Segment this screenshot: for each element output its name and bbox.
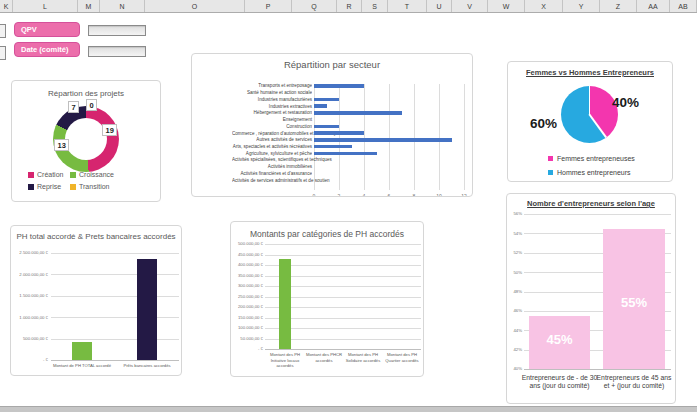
chart-title: Répartion des projets	[16, 89, 156, 98]
y-axis-tick-text: 48%	[506, 289, 522, 294]
category-label-text: Industries extractives	[232, 104, 312, 109]
col-header-Q[interactable]: Q	[292, 0, 337, 12]
col-header-AA[interactable]: AA	[637, 0, 670, 12]
chart-femmes-vs-hommes[interactable]: Femmes vs Hommes Entrepreneurs 40%60%Fem…	[507, 61, 673, 182]
chart-title: Répartition par secteur	[196, 59, 468, 70]
x-axis-tick-text: 10	[429, 193, 449, 198]
legend-label: Transition	[79, 183, 109, 190]
category-label-text: Prêts bancaires accordés	[114, 363, 180, 368]
chart-repartition-projets[interactable]: Répartion des projets 191370CréationCroi…	[11, 80, 161, 202]
gridline	[265, 255, 421, 256]
edge-cell-box-1[interactable]	[0, 24, 6, 38]
slice-divider	[589, 114, 607, 138]
bottom-scroll-band[interactable]	[0, 406, 697, 412]
edge-cell-box-2[interactable]	[0, 46, 6, 60]
col-header-K[interactable]: K	[0, 0, 13, 12]
y-axis-tick: 52%	[506, 250, 522, 259]
chart-entrepreneurs-age[interactable]: Nombre d'entrepreneurs selon l'age 56%54…	[506, 193, 676, 404]
legend-item: Création	[28, 171, 63, 178]
x-axis-tick: 12	[454, 193, 473, 198]
legend-marker	[28, 184, 34, 190]
category-label: Entrepreneurs de 45 ans et + (jour du co…	[595, 374, 673, 391]
pie-percent-label: 60%	[530, 116, 557, 131]
y-axis-tick-text: 1.000.000,00 €	[10, 315, 48, 320]
col-header-V[interactable]: V	[452, 0, 488, 12]
y-axis-tick: 350.000,00 €	[230, 273, 263, 282]
col-header-S[interactable]: S	[362, 0, 388, 12]
bar	[314, 145, 352, 149]
y-axis-tick: 2.000.000,00 €	[10, 272, 48, 281]
y-axis-tick-text: 46%	[506, 308, 522, 313]
legend-label: Reprise	[37, 183, 61, 190]
col-header-L[interactable]: L	[13, 0, 78, 12]
qpv-value-box[interactable]	[88, 25, 146, 36]
col-header-X[interactable]: X	[525, 0, 563, 12]
y-axis-tick: 44%	[506, 328, 522, 337]
bar	[72, 342, 92, 360]
chart-montants-categories-ph[interactable]: Montants par catégories de PH accordés 5…	[230, 221, 424, 377]
category-label: Activités de services administratifs et …	[232, 178, 312, 188]
legend-item: Croissance	[70, 171, 114, 178]
col-header-Z[interactable]: Z	[600, 0, 637, 12]
category-label-text: Montant des PH Quartier accordés	[383, 352, 421, 363]
y-axis-tick: 48%	[506, 289, 522, 298]
col-header-W[interactable]: W	[488, 0, 525, 12]
col-header-M[interactable]: M	[78, 0, 100, 12]
chart-repartition-par-secteur[interactable]: Répartition par secteur 024681012Transpo…	[191, 53, 473, 197]
y-axis-tick: 250.000,00 €	[230, 294, 263, 303]
date-comite-button[interactable]: Date (comité)	[14, 42, 80, 57]
y-axis-tick-text: 100.000,00 €	[230, 325, 263, 330]
category-label-text: Montant des PH Initiative locaux accordé…	[266, 352, 304, 368]
y-axis-tick: 500.000,00 €	[230, 241, 263, 250]
gridline	[265, 244, 421, 245]
pie-percent-label: 40%	[612, 95, 639, 110]
category-label: Montant de PH TOTAL accordé	[49, 363, 115, 374]
col-header-O[interactable]: O	[145, 0, 245, 12]
bar	[137, 259, 157, 360]
y-axis-tick: 50.000,00 €	[230, 336, 263, 345]
category-label-text: Industries manufacturières	[232, 97, 312, 102]
col-header-U[interactable]: U	[427, 0, 452, 12]
col-header-N[interactable]: N	[100, 0, 145, 12]
category-label-text: Autres activités de services	[232, 137, 312, 142]
y-axis-tick: 200.000,00 €	[230, 304, 263, 313]
gridline	[51, 339, 179, 340]
y-axis-tick: 300.000,00 €	[230, 283, 263, 292]
category-label: Montant des PH Quartier accordés	[383, 352, 421, 373]
bar	[314, 111, 402, 115]
legend-label: Hommes entrepreneurs	[557, 169, 631, 176]
chart-title: Montants par catégories de PH accordés	[235, 229, 419, 239]
gridline	[51, 360, 179, 361]
bar-value-label: 55%	[603, 295, 665, 310]
y-axis-tick-text: 54%	[506, 231, 522, 236]
x-axis-tick-text: 8	[404, 193, 424, 198]
category-label-text: Santé humaine et action sociale	[232, 90, 312, 95]
category-label-text: Arts, spectacles et activités récréative…	[232, 144, 312, 149]
y-axis-tick-text: 42%	[506, 347, 522, 352]
date-value-box[interactable]	[88, 46, 146, 57]
gridline	[51, 274, 179, 275]
chart-ph-total[interactable]: PH total accordé & Prets bancaires accor…	[10, 225, 182, 376]
legend-item: Hommes entrepreneurs	[548, 169, 631, 176]
category-label: Montant des PH Solidaire accordés	[344, 352, 382, 373]
bar	[314, 84, 364, 88]
col-header-T[interactable]: T	[388, 0, 427, 12]
category-label-text: Activités financières et d'assurance	[232, 171, 312, 176]
pie	[561, 86, 618, 143]
y-axis-tick-text: 1.500.000,00 €	[10, 293, 48, 298]
y-axis-tick: - €	[230, 346, 263, 355]
y-axis-tick: 54%	[506, 231, 522, 240]
gridline	[464, 84, 465, 190]
y-axis-tick: 46%	[506, 308, 522, 317]
col-header-Y[interactable]: Y	[563, 0, 600, 12]
x-axis-tick: 2	[329, 193, 349, 198]
x-axis-tick: 4	[354, 193, 374, 198]
category-label-text: Construction	[232, 124, 312, 129]
category-label-text: Hébergement et restauration	[232, 110, 312, 115]
gridline	[524, 369, 671, 370]
col-header-P[interactable]: P	[245, 0, 292, 12]
bar	[314, 125, 339, 129]
col-header-R[interactable]: R	[337, 0, 362, 12]
col-header-AB[interactable]: AB	[670, 0, 697, 12]
qpv-button[interactable]: QPV	[14, 22, 80, 37]
